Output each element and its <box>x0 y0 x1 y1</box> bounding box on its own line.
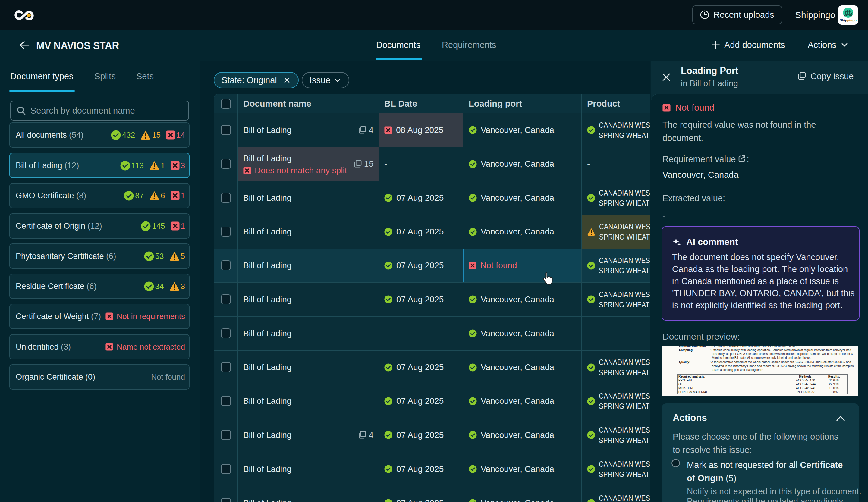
svg-text:Shippingo: Shippingo <box>840 18 857 22</box>
